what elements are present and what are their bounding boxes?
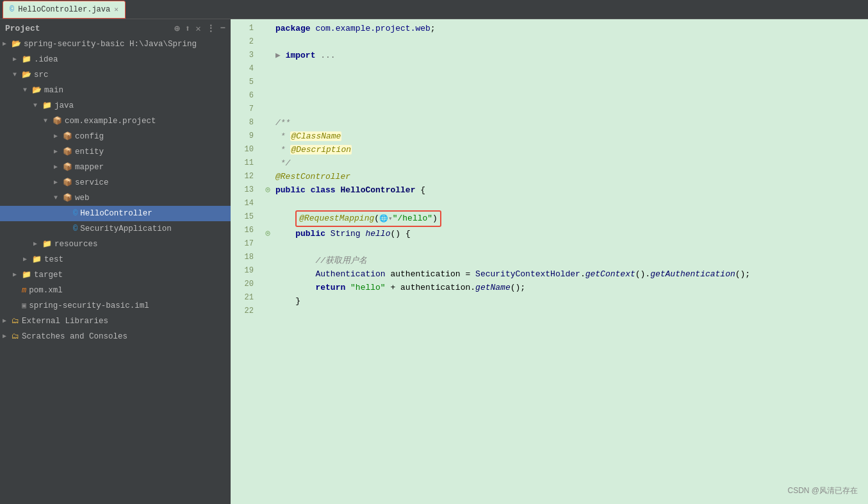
globe-icon[interactable]: ⊕ <box>174 23 179 34</box>
tree-item-label: entity <box>75 146 231 158</box>
tree-arrow: ▶ <box>13 269 22 281</box>
tree-item-resources[interactable]: ▶📁resources <box>0 237 231 252</box>
line-content: return "hello" + authentication.getName(… <box>275 281 855 294</box>
tree-file-icon: © <box>73 207 78 220</box>
code-line: return "hello" + authentication.getName(… <box>260 281 855 294</box>
code-line <box>260 62 855 76</box>
code-line: /** <box>260 116 855 130</box>
tree-item-Scratches and Consoles[interactable]: ▶🗂Scratches and Consoles <box>0 329 231 344</box>
line-number: 15 <box>233 210 254 224</box>
code-line: * @ClassName <box>260 130 855 143</box>
tree-item-main[interactable]: ▼📂main <box>0 83 231 98</box>
line-content: @RestController <box>275 170 855 183</box>
code-line: } <box>260 294 855 308</box>
tree-item-target[interactable]: ▶📁target <box>0 267 231 283</box>
tree-item-label: main <box>44 84 231 97</box>
line-number: 22 <box>233 305 254 318</box>
line-content: ▶ import ... <box>275 49 855 62</box>
gutter-icon: ◎ <box>260 183 275 197</box>
code-editor[interactable]: 12345678910111213141516171819202122 pack… <box>231 19 868 504</box>
minimize-icon[interactable]: − <box>220 23 225 34</box>
tab-close-button[interactable]: ✕ <box>114 5 119 13</box>
tree-item-HelloController[interactable]: ©HelloController <box>0 206 231 221</box>
tree-file-icon: 📁 <box>22 53 31 66</box>
line-content: * @ClassName <box>275 130 855 143</box>
tree-arrow: ▶ <box>3 38 12 51</box>
tree-arrow: ▶ <box>54 161 63 174</box>
line-number: 7 <box>233 103 254 116</box>
code-line: ▶ import ... <box>260 49 855 62</box>
line-number: 20 <box>233 278 254 291</box>
tree-item-service[interactable]: ▶📦service <box>0 175 231 190</box>
sidebar-title: Project <box>5 24 40 33</box>
line-content: */ <box>275 156 855 170</box>
close-icon[interactable]: ✕ <box>195 23 201 34</box>
tree-item-java[interactable]: ▼📁java <box>0 98 231 113</box>
more-icon[interactable]: ⋮ <box>206 23 215 34</box>
line-content: /** <box>275 116 855 130</box>
line-number: 6 <box>233 89 254 103</box>
line-content: * @Description <box>275 143 855 156</box>
tree-item-config[interactable]: ▶📦config <box>0 129 231 144</box>
tree-item-External Libraries[interactable]: ▶🗂External Libraries <box>0 314 231 329</box>
tree-item-com.example.project[interactable]: ▼📦com.example.project <box>0 113 231 129</box>
tree-item-mapper[interactable]: ▶📦mapper <box>0 160 231 175</box>
code-line: ◎ public String hello() { <box>260 227 855 240</box>
line-number: 1 <box>233 22 254 35</box>
code-line: @RestController <box>260 170 855 183</box>
tree-file-icon: 📦 <box>63 192 72 205</box>
code-content: package com.example.project.web;▶ import… <box>260 22 868 501</box>
tree-item-label: Scratches and Consoles <box>22 330 231 343</box>
tree-item-label: java <box>54 99 231 112</box>
tab-bar: © HelloController.java ✕ <box>0 0 868 19</box>
code-line: * @Description <box>260 143 855 156</box>
tree-item-src[interactable]: ▼📂src <box>0 67 231 83</box>
line-number: 3 <box>233 49 254 62</box>
line-number: 5 <box>233 76 254 89</box>
tree-item-label: service <box>75 176 231 189</box>
line-number: 9 <box>233 130 254 143</box>
sidebar-header: Project ⊕ ⬆ ✕ ⋮ − <box>0 21 231 37</box>
tree-item-spring-security-basic.iml[interactable]: ▣spring-security-basic.iml <box>0 298 231 314</box>
tree-item-idea[interactable]: ▶📁.idea <box>0 52 231 67</box>
line-number: 2 <box>233 35 254 49</box>
line-content: Authentication authentication = Security… <box>275 267 855 281</box>
tree-file-icon: ▣ <box>22 299 26 312</box>
up-icon[interactable]: ⬆ <box>185 23 190 34</box>
tree-file-icon: 📁 <box>22 269 31 281</box>
line-number: 21 <box>233 291 254 305</box>
tree-file-icon: 🗂 <box>12 330 19 343</box>
tree-file-icon: 📦 <box>53 115 62 128</box>
code-area: 12345678910111213141516171819202122 pack… <box>231 19 868 504</box>
file-tree: ▶📂spring-security-basic H:\Java\Spring▶📁… <box>0 37 231 344</box>
tree-item-spring-security-basic[interactable]: ▶📂spring-security-basic H:\Java\Spring <box>0 37 231 52</box>
code-line <box>260 240 855 254</box>
line-content: } <box>275 294 855 308</box>
line-numbers: 12345678910111213141516171819202122 <box>231 22 260 501</box>
tree-item-label: config <box>75 130 231 143</box>
sidebar-header-actions: ⊕ ⬆ ✕ ⋮ − <box>174 23 225 34</box>
line-content: public String hello() { <box>275 227 855 240</box>
tree-arrow: ▼ <box>44 115 53 128</box>
tree-item-test[interactable]: ▶📁test <box>0 252 231 267</box>
tree-file-icon: 📦 <box>63 146 72 158</box>
code-line <box>260 103 855 116</box>
line-content: package com.example.project.web; <box>275 22 855 35</box>
line-number: 13 <box>233 183 254 197</box>
code-line <box>260 308 855 321</box>
tree-item-label: test <box>44 253 231 266</box>
tree-arrow: ▼ <box>13 69 22 81</box>
line-number: 10 <box>233 143 254 156</box>
tree-item-SecurityApplication[interactable]: ©SecurityApplication <box>0 221 231 237</box>
code-line: ◎public class HelloController { <box>260 183 855 197</box>
tree-item-pom.xml[interactable]: mpom.xml <box>0 283 231 298</box>
tab-hello-controller[interactable]: © HelloController.java ✕ <box>3 1 126 19</box>
tree-item-web[interactable]: ▼📦web <box>0 190 231 206</box>
tree-file-icon: 📦 <box>63 130 72 143</box>
tree-arrow: ▶ <box>54 146 63 158</box>
code-line <box>260 89 855 103</box>
tree-arrow: ▶ <box>54 176 63 189</box>
tree-item-entity[interactable]: ▶📦entity <box>0 144 231 160</box>
tree-file-icon: 📁 <box>42 238 52 251</box>
line-number: 14 <box>233 197 254 210</box>
